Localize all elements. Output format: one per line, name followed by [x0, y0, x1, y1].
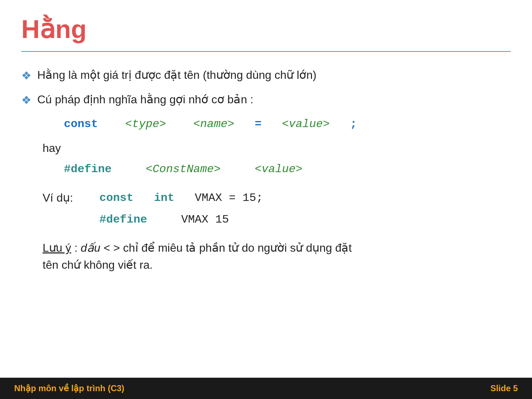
- footer: Nhập môn về lập trình (C3) Slide 5: [0, 378, 532, 399]
- const-equals: =: [255, 117, 262, 131]
- define-syntax-block: #define <ConstName> <value>: [64, 160, 511, 178]
- example-line2: #define VMAX 15: [99, 211, 229, 229]
- title-divider: [21, 51, 511, 52]
- const-keyword: const: [64, 117, 98, 131]
- bullet-diamond-1: ❖: [21, 67, 32, 85]
- example-row-1: Ví dụ: const int VMAX = 15;: [43, 189, 511, 207]
- example-rest1: VMAX = 15;: [195, 191, 263, 204]
- bullet-item-1: ❖ Hằng là một giá trị được đặt tên (thườ…: [21, 66, 511, 85]
- slide-container: Hằng ❖ Hằng là một giá trị được đặt tên …: [0, 0, 532, 399]
- const-semicolon: ;: [350, 117, 357, 131]
- example-define: #define: [99, 213, 147, 226]
- footer-left: Nhập môn về lập trình (C3): [14, 383, 124, 393]
- const-value: <value>: [282, 117, 330, 131]
- example-line1: const int VMAX = 15;: [99, 189, 263, 207]
- define-space2: [227, 163, 248, 176]
- define-space1: [119, 163, 139, 176]
- define-keyword: #define: [64, 163, 111, 176]
- bullet-diamond-2: ❖: [21, 91, 32, 109]
- const-space3: [241, 117, 254, 131]
- example-const: const: [99, 191, 133, 204]
- slide-title: Hằng: [21, 14, 511, 44]
- const-type: <type>: [125, 117, 166, 131]
- example-int: int: [154, 191, 175, 204]
- hay-label: hay: [43, 139, 511, 157]
- const-space2: [173, 117, 186, 131]
- note-rest: < > chỉ để miêu tả phần tử do người sử d…: [104, 241, 352, 254]
- note-dau: dấu: [81, 241, 100, 254]
- define-value: <value>: [255, 163, 302, 176]
- example-section: Ví dụ: const int VMAX = 15; #define VMAX…: [43, 189, 511, 229]
- note-rest2: tên chứ không viết ra.: [43, 258, 153, 271]
- note-section: Lưu ý : dấu < > chỉ để miêu tả phần tử d…: [43, 239, 511, 273]
- note-colon: :: [74, 241, 81, 254]
- const-space5: [336, 117, 343, 131]
- slide-content: ❖ Hằng là một giá trị được đặt tên (thườ…: [21, 66, 511, 273]
- const-syntax-block: const <type> <name> = <value> ;: [64, 115, 511, 133]
- bullet-item-2: ❖ Cú pháp định nghĩa hằng gợi nhớ cơ bản…: [21, 91, 511, 109]
- const-space4: [268, 117, 282, 131]
- example-row-2: #define VMAX 15: [43, 211, 511, 229]
- footer-right: Slide 5: [490, 383, 518, 393]
- bullet-text-1: Hằng là một giá trị được đặt tên (thường…: [37, 66, 511, 84]
- example-label: Ví dụ:: [43, 189, 99, 207]
- note-luu-y: Lưu ý: [43, 241, 71, 254]
- const-name: <name>: [193, 117, 234, 131]
- example-rest2: VMAX 15: [181, 213, 229, 226]
- bullet-text-2: Cú pháp định nghĩa hằng gợi nhớ cơ bản :: [37, 91, 511, 109]
- define-constname: <ConstName>: [146, 163, 220, 176]
- const-space1: [105, 117, 118, 131]
